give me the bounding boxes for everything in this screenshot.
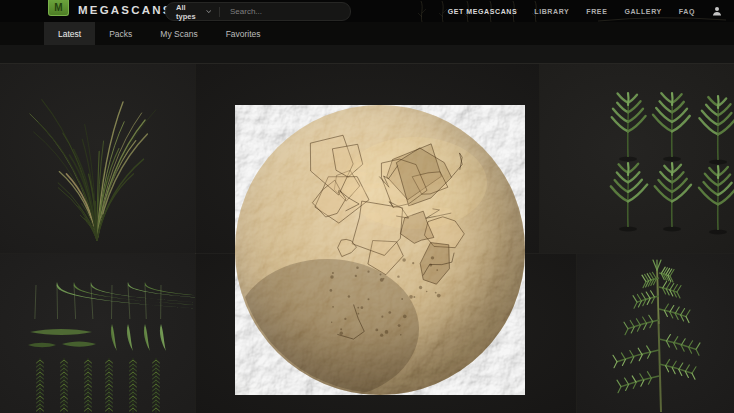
free-link[interactable]: FREE xyxy=(586,8,607,15)
tab-favorites[interactable]: Favorites xyxy=(212,22,275,45)
user-account-button[interactable] xyxy=(712,6,722,16)
top-navbar: M MEGASCANS™ All types GET MEGASCANS LIB… xyxy=(0,0,734,22)
search-input[interactable] xyxy=(220,7,350,16)
grid-seam xyxy=(0,63,734,64)
library-link[interactable]: LIBRARY xyxy=(534,8,569,15)
grid-seam xyxy=(576,254,577,413)
grid-row-partial xyxy=(0,45,734,64)
asset-preview-mud-sphere[interactable] xyxy=(235,105,525,395)
grid-seam xyxy=(539,64,540,253)
tab-latest[interactable]: Latest xyxy=(44,22,95,45)
chevron-down-icon xyxy=(206,9,212,14)
asset-tile-grass-clump[interactable] xyxy=(0,64,195,253)
tab-my-scans[interactable]: My Scans xyxy=(146,22,211,45)
asset-grid xyxy=(0,45,734,413)
spruce-twigs-illustration xyxy=(540,64,734,253)
spruce-needles-illustration xyxy=(0,254,195,413)
brand-title: MEGASCANS™ xyxy=(78,4,178,16)
tab-packs[interactable]: Packs xyxy=(95,22,146,45)
spruce-branch-illustration xyxy=(577,254,734,413)
library-subnav: Latest Packs My Scans Favorites xyxy=(0,22,734,45)
grass-clump-illustration xyxy=(0,64,195,253)
header-links: GET MEGASCANS LIBRARY FREE GALLERY FAQ xyxy=(448,0,722,22)
faq-link[interactable]: FAQ xyxy=(679,8,695,15)
asset-tile-spruce-branch[interactable] xyxy=(577,254,734,413)
search-bar: All types xyxy=(165,2,351,21)
mud-flakes-overlay xyxy=(235,105,525,395)
megascans-library-app: M MEGASCANS™ All types GET MEGASCANS LIB… xyxy=(0,0,734,413)
get-megascans-link[interactable]: GET MEGASCANS xyxy=(448,8,518,15)
gallery-link[interactable]: GALLERY xyxy=(624,8,661,15)
user-icon xyxy=(712,6,722,16)
type-filter-value: All types xyxy=(176,3,201,21)
grid-seam xyxy=(195,64,196,413)
megascans-logo[interactable]: M xyxy=(48,0,69,16)
logo-m-glyph: M xyxy=(54,3,62,13)
type-filter-dropdown[interactable]: All types xyxy=(166,3,219,21)
asset-tile-spruce-needles-atlas[interactable] xyxy=(0,254,195,413)
asset-tile-spruce-twigs-atlas[interactable] xyxy=(540,64,734,253)
